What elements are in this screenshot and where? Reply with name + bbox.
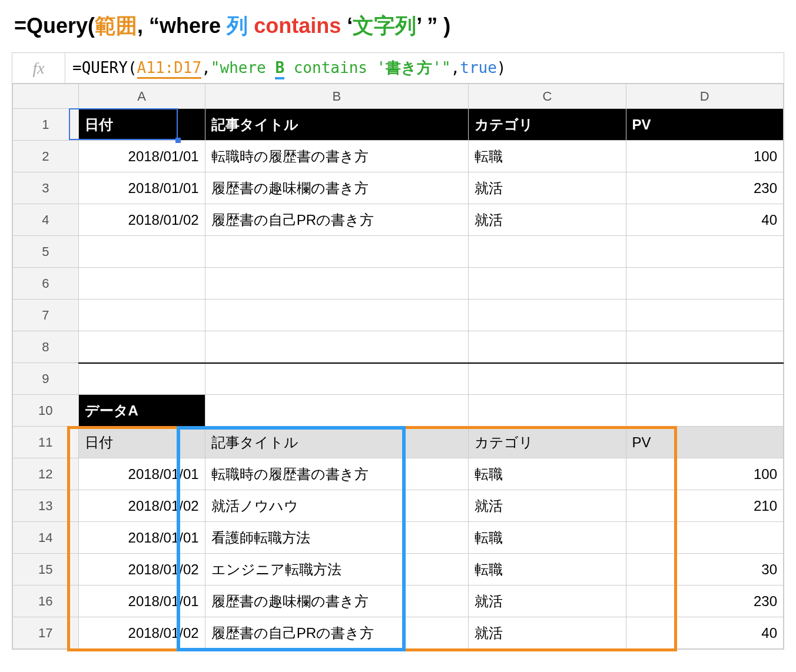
cell[interactable]: 2018/01/02	[78, 617, 205, 649]
cell[interactable]	[205, 363, 469, 395]
cell[interactable]: 2018/01/01	[78, 522, 205, 554]
cell[interactable]: 210	[626, 490, 783, 522]
cell[interactable]	[78, 331, 205, 363]
cell[interactable]	[626, 395, 783, 427]
cell[interactable]: カテゴリ	[469, 109, 626, 141]
row-header[interactable]: 14	[13, 522, 79, 554]
cell[interactable]: 転職時の履歴書の書き方	[205, 458, 469, 490]
cell[interactable]	[469, 395, 626, 427]
cell[interactable]: 230	[626, 585, 783, 617]
cell-block-label[interactable]: データA	[78, 395, 205, 427]
row-header[interactable]: 5	[13, 236, 79, 268]
cell[interactable]	[78, 300, 205, 331]
cell[interactable]: エンジニア転職方法	[205, 554, 469, 585]
cell[interactable]: 転職時の履歴書の書き方	[205, 141, 469, 172]
page-title: =Query(範囲, “where 列 contains ‘文字列’ ” )	[12, 12, 784, 41]
row-header[interactable]: 10	[13, 395, 79, 427]
row-header[interactable]: 2	[13, 141, 79, 172]
cell[interactable]: 40	[626, 204, 783, 236]
row-header[interactable]: 9	[13, 363, 79, 395]
cell[interactable]	[469, 300, 626, 331]
cell[interactable]	[469, 331, 626, 363]
cell[interactable]: 転職	[469, 522, 626, 554]
cell[interactable]: 就活ノウハウ	[205, 490, 469, 522]
cell[interactable]: 2018/01/01	[78, 141, 205, 172]
corner-cell[interactable]	[13, 84, 79, 109]
cell[interactable]	[205, 331, 469, 363]
fx-icon[interactable]: fx	[12, 53, 65, 83]
cell[interactable]: 2018/01/02	[78, 554, 205, 585]
cell[interactable]	[626, 522, 783, 554]
cell[interactable]: 日付	[78, 109, 205, 141]
cell[interactable]: 履歴書の趣味欄の書き方	[205, 172, 469, 204]
cell[interactable]: 転職	[469, 554, 626, 585]
row-header[interactable]: 4	[13, 204, 79, 236]
cell[interactable]	[205, 395, 469, 427]
cell[interactable]: カテゴリ	[469, 427, 626, 458]
formula-bar: fx =QUERY(A11:D17,"where B contains '書き方…	[12, 53, 784, 84]
cell[interactable]: 100	[626, 141, 783, 172]
cell[interactable]	[78, 236, 205, 268]
cell[interactable]	[205, 300, 469, 331]
cell[interactable]	[469, 236, 626, 268]
title-col: 列	[227, 14, 248, 38]
cell[interactable]: 就活	[469, 585, 626, 617]
cell[interactable]: 30	[626, 554, 783, 585]
cell[interactable]: 2018/01/02	[78, 490, 205, 522]
spreadsheet: fx =QUERY(A11:D17,"where B contains '書き方…	[12, 52, 784, 650]
cell[interactable]	[626, 363, 783, 395]
col-header-c[interactable]: C	[469, 84, 626, 109]
cell[interactable]: 2018/01/01	[78, 585, 205, 617]
cell[interactable]	[78, 268, 205, 300]
row-header[interactable]: 8	[13, 331, 79, 363]
row-header[interactable]: 11	[13, 427, 79, 458]
sheet-grid[interactable]: A B C D 1 日付 記事タイトル カテゴリ PV 2 2018/01/01…	[12, 84, 784, 649]
cell[interactable]: 2018/01/01	[78, 458, 205, 490]
cell[interactable]: 記事タイトル	[205, 109, 469, 141]
row-header[interactable]: 15	[13, 554, 79, 585]
title-string: 文字列	[353, 14, 416, 38]
cell[interactable]: 看護師転職方法	[205, 522, 469, 554]
row-header[interactable]: 12	[13, 458, 79, 490]
cell[interactable]: PV	[626, 109, 783, 141]
cell[interactable]: 就活	[469, 490, 626, 522]
row-header[interactable]: 6	[13, 268, 79, 300]
cell[interactable]: 100	[626, 458, 783, 490]
cell[interactable]: PV	[626, 427, 783, 458]
row-header[interactable]: 16	[13, 585, 79, 617]
cell[interactable]: 記事タイトル	[205, 427, 469, 458]
col-header-b[interactable]: B	[205, 84, 469, 109]
row-header[interactable]: 3	[13, 172, 79, 204]
cell[interactable]: 日付	[78, 427, 205, 458]
cell[interactable]: 就活	[469, 172, 626, 204]
cell[interactable]	[469, 363, 626, 395]
cell[interactable]	[205, 268, 469, 300]
cell[interactable]	[469, 268, 626, 300]
cell[interactable]: 就活	[469, 204, 626, 236]
col-header-d[interactable]: D	[626, 84, 783, 109]
cell[interactable]: 2018/01/02	[78, 204, 205, 236]
cell[interactable]	[78, 363, 205, 395]
row-header[interactable]: 17	[13, 617, 79, 649]
title-where: where	[160, 14, 227, 38]
cell[interactable]: 40	[626, 617, 783, 649]
cell[interactable]: 就活	[469, 617, 626, 649]
cell[interactable]	[626, 236, 783, 268]
title-range: 範囲	[95, 14, 137, 38]
row-header[interactable]: 13	[13, 490, 79, 522]
cell[interactable]: 転職	[469, 458, 626, 490]
cell[interactable]: 230	[626, 172, 783, 204]
formula-input[interactable]: =QUERY(A11:D17,"where B contains '書き方'",…	[65, 58, 506, 78]
cell[interactable]: 履歴書の趣味欄の書き方	[205, 585, 469, 617]
cell[interactable]: 2018/01/01	[78, 172, 205, 204]
row-header[interactable]: 1	[13, 109, 79, 141]
cell[interactable]: 履歴書の自己PRの書き方	[205, 617, 469, 649]
cell[interactable]	[626, 268, 783, 300]
cell[interactable]	[205, 236, 469, 268]
cell[interactable]: 転職	[469, 141, 626, 172]
cell[interactable]	[626, 300, 783, 331]
col-header-a[interactable]: A	[78, 84, 205, 109]
cell[interactable]	[626, 331, 783, 363]
row-header[interactable]: 7	[13, 300, 79, 331]
cell[interactable]: 履歴書の自己PRの書き方	[205, 204, 469, 236]
